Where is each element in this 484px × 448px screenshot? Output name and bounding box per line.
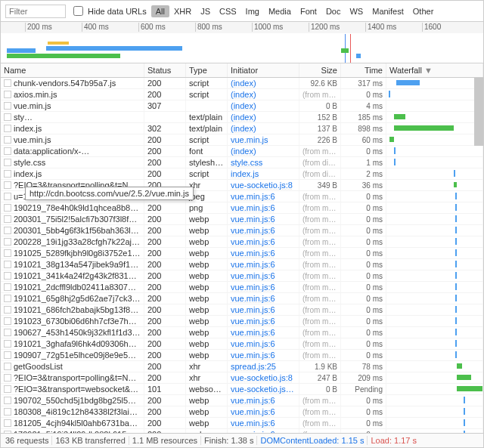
filter-tab-manifest[interactable]: Manifest	[368, 5, 408, 17]
request-time: 0 ms	[341, 214, 386, 224]
table-row[interactable]: 191021_3ghafa9l6hk4d09306h1g5h6ll22_…200…	[1, 338, 483, 350]
request-initiator[interactable]: vue.min.js:6	[228, 248, 299, 258]
request-initiator[interactable]: vue.min.js:6	[228, 338, 299, 349]
request-initiator[interactable]: vue.min.js:6	[228, 214, 299, 224]
table-row[interactable]: index.js302text/plain(index)137 B898 ms	[1, 123, 483, 134]
request-initiator[interactable]: (index)	[228, 112, 299, 122]
request-waterfall	[386, 406, 483, 417]
request-time: 0 ms	[341, 225, 386, 236]
filter-input[interactable]	[5, 5, 66, 18]
waterfall-bar	[455, 306, 457, 313]
table-row[interactable]: 181205_4cjh94kl5l0ahb6731bak1lhei01204_……	[1, 418, 483, 429]
table-row[interactable]: getGoodsList200xhrspread.js:251.9 KB78 m…	[1, 361, 483, 372]
filter-tab-all[interactable]: All	[151, 5, 169, 17]
request-initiator[interactable]: style.css	[228, 157, 299, 168]
table-row[interactable]: vue.min.js200scriptvue.min.js226 B60 ms	[1, 134, 483, 146]
request-initiator[interactable]: vue.min.js:6	[228, 350, 299, 360]
network-table-header: Name Status Type Initiator Size Time Wat…	[1, 63, 483, 78]
request-waterfall	[386, 202, 483, 213]
table-row[interactable]: axios.min.js200script(index)(from mem…0 …	[1, 89, 483, 100]
filter-tab-other[interactable]: Other	[408, 5, 439, 17]
filter-tab-img[interactable]: Img	[241, 5, 264, 17]
network-table-body[interactable]: chunk-vendors.547b95a7.js200script(index…	[1, 78, 483, 433]
waterfall-bar	[389, 91, 390, 97]
request-initiator[interactable]: vue.min.js	[228, 134, 299, 145]
overview-tick: 1600	[422, 23, 441, 32]
filter-tab-css[interactable]: CSS	[215, 5, 241, 17]
request-initiator[interactable]: vue.min.js:6	[228, 406, 299, 417]
table-row[interactable]: 200301_75i5l2!5alcfi7b307f3l8f1eja12_112…	[1, 214, 483, 225]
scrollbar-thumb[interactable]	[474, 78, 483, 146]
file-type-icon	[4, 91, 11, 98]
filter-tab-ws[interactable]: WS	[345, 5, 368, 17]
request-initiator[interactable]: spread.js:25	[228, 361, 299, 372]
table-row[interactable]: 200228_19i1jg33a28cfgh7k22ajl5kg0b3_1…20…	[1, 236, 483, 248]
table-row[interactable]: sty…text/plain(index)152 B185 ms	[1, 112, 483, 123]
request-initiator[interactable]: vue-socketio.js:8	[228, 372, 299, 383]
table-row[interactable]: data:application/x-…200font(index)(from …	[1, 146, 483, 157]
col-header-status[interactable]: Status	[144, 63, 186, 77]
table-row[interactable]: 191021_686fch2babajk5bg13f82abg9974b…200…	[1, 304, 483, 316]
table-row[interactable]: 191021_341k4a24f2g43k2f831a3308lfb3e_…20…	[1, 270, 483, 282]
table-row[interactable]: 191021_38g134a547jibek9a9f1hk63gedea_…20…	[1, 259, 483, 270]
request-initiator[interactable]: vue.min.js:6	[228, 418, 299, 428]
table-row[interactable]: ?EIO=3&transport=polling&t=N83w0M-&…200x…	[1, 372, 483, 384]
request-type: webp	[186, 293, 228, 304]
table-row[interactable]: 190627_453h1450k9j32kfl1f1d33c4i0j5a_1…2…	[1, 327, 483, 338]
filter-tab-js[interactable]: JS	[196, 5, 215, 17]
request-initiator[interactable]: (index)	[228, 100, 299, 111]
table-row[interactable]: ?EIO=3&transport=websocket&sid=umI6u…101…	[1, 384, 483, 395]
request-initiator[interactable]: vue.min.js:6	[228, 429, 299, 433]
table-row[interactable]: 200301_5bb4g6f3k1f56bah363l2k3k2216a_…20…	[1, 225, 483, 236]
table-row[interactable]: 180308_4i819c12h84338l2f3laikhkedk37_6…2…	[1, 406, 483, 418]
col-header-type[interactable]: Type	[186, 63, 228, 77]
table-row[interactable]: chunk-vendors.547b95a7.js200script(index…	[1, 78, 483, 89]
request-initiator[interactable]: vue.min.js:6	[228, 202, 299, 213]
request-initiator[interactable]: vue.min.js:6	[228, 395, 299, 406]
request-initiator[interactable]: vue.min.js:6	[228, 259, 299, 270]
request-initiator[interactable]: (index)	[228, 78, 299, 88]
table-row[interactable]: 191025_5289fkjbh9l0g8i3752e1425h5k5j_1…2…	[1, 248, 483, 259]
request-initiator[interactable]: vue.min.js:6	[228, 282, 299, 292]
timeline-overview[interactable]: 200 ms400 ms600 ms800 ms1000 ms1200 ms14…	[1, 22, 483, 63]
request-initiator[interactable]: vue.min.js:6	[228, 304, 299, 315]
request-initiator[interactable]: vue.min.js:6	[228, 191, 299, 202]
table-row[interactable]: 191021_65g8hj2g5d62ae7j7ck332123b97…200w…	[1, 293, 483, 304]
table-row[interactable]: style.css200stylesheetstyle.css(from dis…	[1, 157, 483, 168]
table-row[interactable]: 190907_72g51e5lhce09j8e9e5ee2l4ce3k5_…20…	[1, 350, 483, 361]
table-row[interactable]: 191021_2dcffl9ldb02411a8307hal95676_1…20…	[1, 282, 483, 293]
request-initiator[interactable]: vue.min.js:6	[228, 225, 299, 236]
col-header-size[interactable]: Size	[299, 63, 341, 77]
filter-tab-xhr[interactable]: XHR	[169, 5, 196, 17]
request-initiator[interactable]: vue-socketio.js:8	[228, 180, 299, 190]
table-row[interactable]: 191023_6730bi06d6hh7cf3e7h52k4b8gc5…200w…	[1, 316, 483, 327]
request-status	[144, 112, 186, 122]
request-initiator[interactable]: (index)	[228, 146, 299, 156]
table-row[interactable]: index.js200scriptindex.js(from disk …2 m…	[1, 168, 483, 180]
col-header-time[interactable]: Time	[341, 63, 386, 77]
request-initiator[interactable]: vue.min.js:6	[228, 316, 299, 326]
request-initiator[interactable]: vue.min.js:6	[228, 270, 299, 281]
col-header-initiator[interactable]: Initiator	[228, 63, 299, 77]
request-initiator[interactable]: vue.min.js:6	[228, 293, 299, 304]
table-row[interactable]: 170921_5i19j34ll09dk082k615aii412g3gh_64…	[1, 429, 483, 433]
filter-tab-font[interactable]: Font	[296, 5, 321, 17]
request-initiator[interactable]: vue-socketio.js:10	[228, 384, 299, 394]
col-header-waterfall[interactable]: Waterfall ▼	[386, 63, 483, 77]
request-initiator[interactable]: vue.min.js:6	[228, 236, 299, 247]
hide-data-urls-box[interactable]	[73, 6, 83, 16]
request-status: 200	[144, 372, 186, 383]
file-type-icon	[4, 374, 11, 382]
table-row[interactable]: 190219_78e4h0k9ld1qhcea8b8a69bajil_18…20…	[1, 202, 483, 214]
col-header-name[interactable]: Name	[1, 63, 144, 77]
table-row[interactable]: 190702_550chd5j1bdg8bg25l5a5gbal9jb_…200…	[1, 395, 483, 406]
request-time: 60 ms	[341, 134, 386, 145]
request-initiator[interactable]: vue.min.js:6	[228, 327, 299, 338]
filter-tab-media[interactable]: Media	[264, 5, 296, 17]
request-initiator[interactable]: (index)	[228, 123, 299, 134]
request-initiator[interactable]: index.js	[228, 168, 299, 179]
hide-data-urls-checkbox[interactable]: Hide data URLs	[70, 4, 147, 18]
table-row[interactable]: vue.min.js307(index)0 B4 ms	[1, 100, 483, 112]
filter-tab-doc[interactable]: Doc	[321, 5, 346, 17]
request-initiator[interactable]: (index)	[228, 89, 299, 100]
